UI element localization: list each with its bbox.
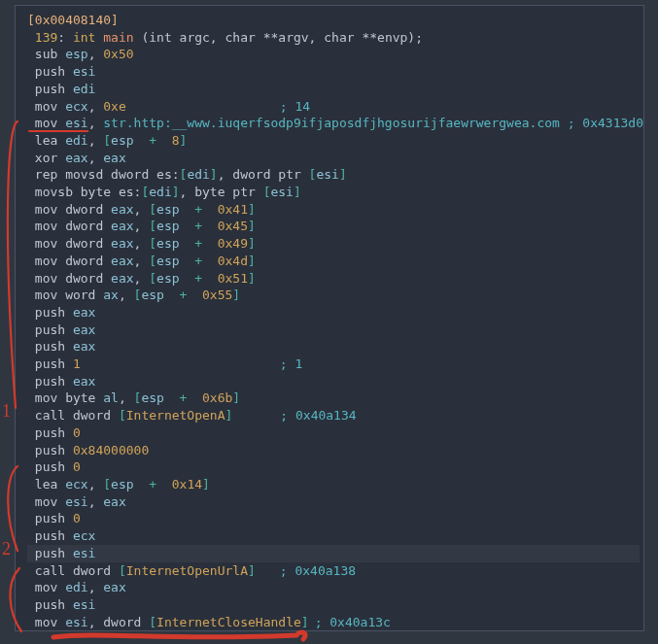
disasm-line: xor eax, eax	[27, 150, 640, 167]
disasm-line: mov byte al, [esp + 0x6b]	[27, 390, 640, 407]
disasm-line: push 0x84000000	[27, 442, 640, 459]
disasm-line: push 0	[27, 510, 640, 527]
disasm-line: mov dword eax, [esp + 0x49]	[27, 235, 640, 253]
disasm-line: test edi, edi	[27, 630, 640, 631]
disasm-line: mov dword eax, [esp + 0x41]	[27, 201, 640, 219]
disasm-line: mov dword eax, [esp + 0x51]	[27, 270, 640, 288]
disassembly-body: sub esp, 0x50 push esi push edi mov ecx,…	[27, 46, 640, 631]
disasm-line: movsb byte es:[edi], byte ptr [esi]	[27, 184, 640, 201]
disasm-line: push 0	[27, 458, 640, 476]
function-signature: 139: int main (int argc, char **argv, ch…	[27, 29, 640, 47]
disasm-line: mov dword eax, [esp + 0x4d]	[27, 253, 640, 270]
disasm-line: lea edi, [esp + 8]	[27, 132, 640, 150]
disasm-line: push eax	[27, 338, 640, 356]
disasm-line: push esi	[27, 545, 640, 562]
annot-label-2: 2	[2, 539, 11, 559]
disasm-line: push 0	[27, 424, 640, 442]
disasm-line: push edi	[27, 81, 640, 98]
disasm-line: mov esi, eax	[27, 493, 640, 511]
disasm-line: push eax	[27, 322, 640, 339]
disasm-line: mov ecx, 0xe; 14	[27, 98, 640, 116]
disasm-line: call dword [InternetOpenA]; 0x40a134	[27, 407, 640, 424]
disasm-line: mov esi, dword [InternetCloseHandle]; 0x…	[27, 614, 640, 631]
block-address: [0x00408140]	[27, 12, 640, 29]
disasm-line: push esi	[27, 63, 640, 81]
disasm-line: lea ecx, [esp + 0x14]	[27, 476, 640, 493]
disasm-line: call dword [InternetOpenUrlA]; 0x40a138	[27, 562, 640, 580]
disasm-line: push ecx	[27, 527, 640, 545]
disasm-line: push esi	[27, 596, 640, 614]
disasm-line: push eax	[27, 304, 640, 322]
disasm-line: mov esi, str.http:__www.iuqerfsodp9ifjap…	[27, 115, 640, 132]
disassembly-panel: [0x00408140] 139: int main (int argc, ch…	[15, 5, 644, 631]
annot-label-1: 1	[2, 401, 11, 421]
disasm-line: mov dword eax, [esp + 0x45]	[27, 218, 640, 235]
disasm-line: mov edi, eax	[27, 579, 640, 596]
disasm-line: rep movsd dword es:[edi], dword ptr [esi…	[27, 166, 640, 184]
disasm-line: mov word ax, [esp + 0x55]	[27, 287, 640, 304]
disasm-line: push 1; 1	[27, 356, 640, 373]
disasm-line: push eax	[27, 373, 640, 390]
disasm-line: sub esp, 0x50	[27, 46, 640, 63]
